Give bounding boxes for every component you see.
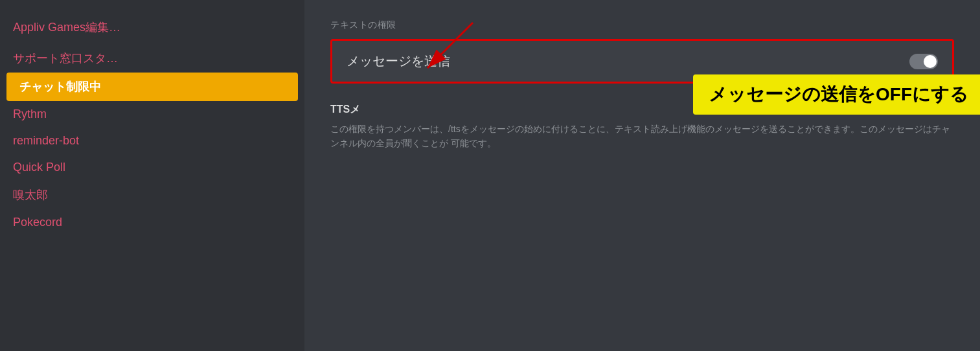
sidebar-item-pokecord[interactable]: Pokecord	[0, 209, 304, 236]
send-messages-toggle[interactable]	[909, 54, 938, 69]
tts-description: この権限を持つメンバーは、/ttsをメッセージの始めに付けることに、テキスト読み…	[330, 122, 954, 151]
arrow-svg	[369, 16, 499, 94]
sidebar-item-chat-limit[interactable]: チャット制限中	[6, 73, 298, 101]
annotation-label: メッセージの送信をOFFにする	[693, 74, 980, 115]
main-content: テキストの権限 メッセージを送信 メッセージの送信をOFFにする TTSメ この…	[304, 0, 980, 351]
sidebar-item-quick-poll[interactable]: Quick Poll	[0, 154, 304, 181]
sidebar-item-support[interactable]: サポート窓口スタ…	[0, 44, 304, 73]
sidebar-item-reminder-bot[interactable]: reminder-bot	[0, 128, 304, 154]
toggle-knob	[924, 55, 937, 68]
sidebar-item-yotataro[interactable]: 嗅太郎	[0, 181, 304, 209]
svg-line-0	[427, 23, 473, 68]
sidebar-item-rythm[interactable]: Rythm	[0, 101, 304, 128]
sidebar: Appliv Games編集… サポート窓口スタ… チャット制限中 Rythm …	[0, 0, 304, 351]
sidebar-item-appliv[interactable]: Appliv Games編集…	[0, 13, 304, 41]
